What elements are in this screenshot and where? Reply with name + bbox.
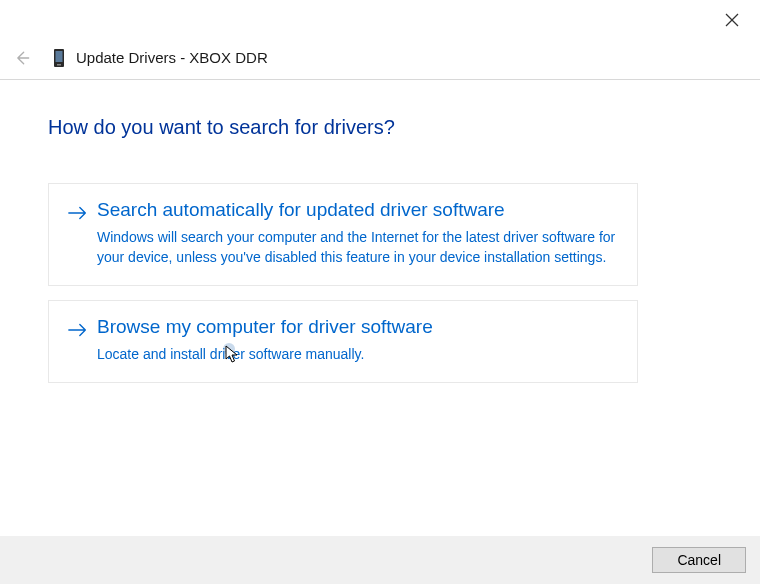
option-text: Search automatically for updated driver …: [97, 198, 619, 267]
option-text: Browse my computer for driver software L…: [97, 315, 619, 364]
close-button[interactable]: [722, 10, 742, 30]
option-browse-computer[interactable]: Browse my computer for driver software L…: [48, 300, 638, 383]
option-search-automatically[interactable]: Search automatically for updated driver …: [48, 183, 638, 286]
option-description: Locate and install driver software manua…: [97, 344, 619, 364]
option-description: Windows will search your computer and th…: [97, 227, 619, 268]
arrow-right-icon: [67, 202, 89, 224]
back-button[interactable]: [10, 46, 34, 70]
option-title: Browse my computer for driver software: [97, 315, 619, 340]
window-title: Update Drivers - XBOX DDR: [76, 49, 268, 66]
svg-rect-4: [57, 64, 61, 66]
arrow-right-icon: [67, 319, 89, 341]
page-heading: How do you want to search for drivers?: [48, 116, 712, 139]
close-icon: [725, 13, 739, 27]
device-icon: [52, 48, 66, 68]
content-area: How do you want to search for drivers? S…: [0, 80, 760, 383]
arrow-left-icon: [12, 48, 32, 68]
option-title: Search automatically for updated driver …: [97, 198, 619, 223]
cancel-button[interactable]: Cancel: [652, 547, 746, 573]
header-bar: Update Drivers - XBOX DDR: [0, 0, 760, 80]
footer-bar: Cancel: [0, 536, 760, 584]
svg-rect-3: [56, 51, 63, 62]
